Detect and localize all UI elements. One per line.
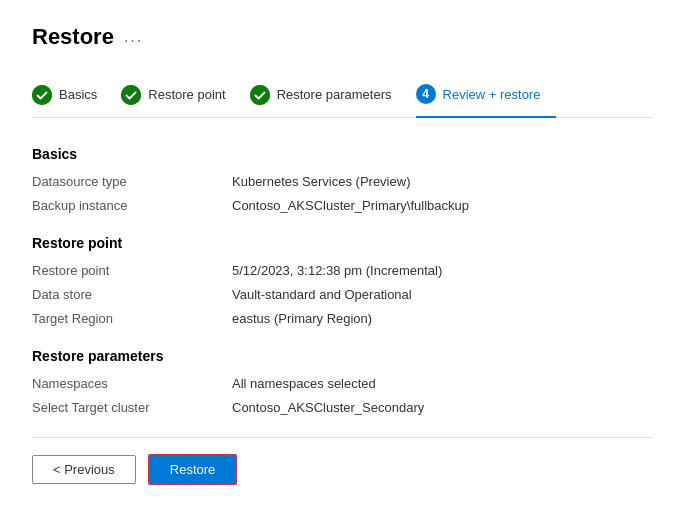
rp-data-store-row: Data store Vault-standard and Operationa… (32, 285, 652, 304)
previous-button[interactable]: < Previous (32, 455, 136, 484)
basics-section-title: Basics (32, 146, 652, 162)
wizard-step-review-restore[interactable]: 4 Review + restore (416, 74, 557, 118)
restore-button[interactable]: Restore (148, 454, 238, 485)
rp-restore-point-row: Restore point 5/12/2023, 3:12:38 pm (Inc… (32, 261, 652, 280)
rp-restore-point-label: Restore point (32, 261, 232, 280)
page-header: Restore ... (32, 24, 652, 50)
restore-point-section-title: Restore point (32, 235, 652, 251)
rp-restore-point-value: 5/12/2023, 3:12:38 pm (Incremental) (232, 261, 442, 280)
rparams-target-cluster-value: Contoso_AKSCluster_Secondary (232, 398, 424, 417)
wizard-step-review-restore-label: Review + restore (443, 87, 541, 102)
rp-data-store-label: Data store (32, 285, 232, 304)
basics-backup-row: Backup instance Contoso_AKSCluster_Prima… (32, 196, 652, 215)
svg-point-0 (32, 85, 52, 105)
rparams-namespaces-label: Namespaces (32, 374, 232, 393)
wizard-step-restore-parameters-label: Restore parameters (277, 87, 392, 102)
basics-backup-label: Backup instance (32, 196, 232, 215)
page-title: Restore (32, 24, 114, 50)
header-ellipsis[interactable]: ... (124, 28, 143, 46)
wizard-step-restore-parameters[interactable]: Restore parameters (250, 75, 408, 117)
rparams-target-cluster-label: Select Target cluster (32, 398, 232, 417)
wizard-step-restore-point-label: Restore point (148, 87, 225, 102)
svg-point-2 (250, 85, 270, 105)
rparams-namespaces-value: All namespaces selected (232, 374, 376, 393)
step-icon-restore-parameters (250, 85, 270, 105)
wizard-step-restore-point[interactable]: Restore point (121, 75, 241, 117)
step-icon-restore-point (121, 85, 141, 105)
wizard-step-basics-label: Basics (59, 87, 97, 102)
basics-backup-value: Contoso_AKSCluster_Primary\fullbackup (232, 196, 469, 215)
basics-datasource-value: Kubernetes Services (Preview) (232, 172, 410, 191)
restore-params-section: Restore parameters Namespaces All namesp… (32, 348, 652, 417)
rp-target-region-row: Target Region eastus (Primary Region) (32, 309, 652, 328)
rparams-namespaces-row: Namespaces All namespaces selected (32, 374, 652, 393)
rparams-target-cluster-row: Select Target cluster Contoso_AKSCluster… (32, 398, 652, 417)
step-icon-review-restore: 4 (416, 84, 436, 104)
rp-target-region-label: Target Region (32, 309, 232, 328)
basics-datasource-label: Datasource type (32, 172, 232, 191)
restore-params-section-title: Restore parameters (32, 348, 652, 364)
basics-section: Basics Datasource type Kubernetes Servic… (32, 146, 652, 215)
wizard-step-basics[interactable]: Basics (32, 75, 113, 117)
step-icon-basics (32, 85, 52, 105)
footer: < Previous Restore (32, 437, 652, 485)
rp-data-store-value: Vault-standard and Operational (232, 285, 412, 304)
basics-datasource-row: Datasource type Kubernetes Services (Pre… (32, 172, 652, 191)
page-container: Restore ... Basics Restore point (0, 0, 684, 509)
wizard-steps: Basics Restore point Restore parameters … (32, 74, 652, 118)
svg-point-1 (121, 85, 141, 105)
restore-point-section: Restore point Restore point 5/12/2023, 3… (32, 235, 652, 328)
rp-target-region-value: eastus (Primary Region) (232, 309, 372, 328)
